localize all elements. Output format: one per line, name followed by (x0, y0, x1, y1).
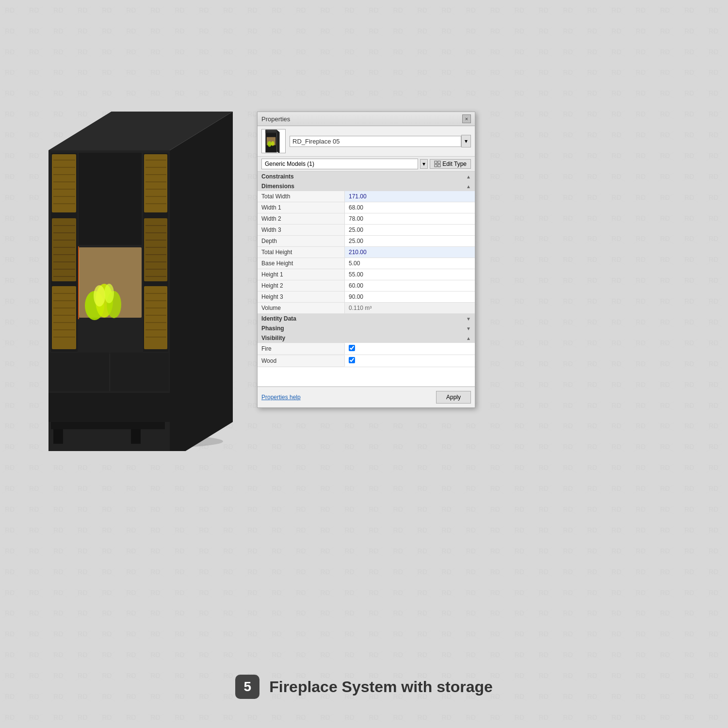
component-thumbnail (261, 129, 286, 153)
svg-rect-49 (144, 286, 167, 349)
svg-rect-23 (52, 286, 76, 349)
visibility-row: Fire (258, 343, 475, 355)
visibility-rows: FireWood (258, 343, 475, 367)
prop-value[interactable]: 25.00 (345, 236, 475, 246)
panel-title: Properties (261, 115, 290, 123)
property-row: Depth25.00 (258, 236, 475, 247)
visibility-checkbox[interactable] (345, 355, 475, 367)
svg-rect-64 (78, 246, 79, 319)
filter-row: Generic Models (1) ▾ Edit Type (258, 157, 475, 172)
visibility-toggle: ▲ (466, 336, 471, 341)
section-dimensions[interactable]: Dimensions ▲ (258, 181, 475, 191)
properties-panel: Properties × RD_Fireplace 05 ▾ Generic M… (257, 112, 475, 408)
section-visibility[interactable]: Visibility ▲ (258, 333, 475, 343)
svg-point-62 (104, 284, 114, 303)
prop-label: Width 2 (258, 213, 345, 224)
prop-label: Height 2 (258, 280, 345, 291)
svg-rect-84 (438, 164, 440, 167)
property-row: Total Width171.00 (258, 191, 475, 202)
prop-label: Volume (258, 303, 345, 313)
svg-rect-72 (49, 353, 109, 391)
bottom-caption: 5 Fireplace System with storage (0, 675, 728, 699)
visibility-row: Wood (258, 355, 475, 367)
svg-rect-66 (49, 393, 170, 422)
edit-type-button[interactable]: Edit Type (430, 159, 471, 169)
prop-label: Height 1 (258, 269, 345, 280)
component-name-container: RD_Fireplace 05 ▾ (290, 135, 471, 147)
edit-type-icon (434, 161, 441, 167)
section-identity[interactable]: Identity Data ▼ (258, 314, 475, 324)
svg-point-77 (268, 141, 272, 147)
component-name[interactable]: RD_Fireplace 05 (290, 136, 461, 147)
section-phasing[interactable]: Phasing ▼ (258, 324, 475, 333)
svg-marker-4 (170, 112, 233, 451)
filter-dropdown[interactable]: ▾ (420, 159, 428, 169)
prop-value[interactable]: 25.00 (345, 225, 475, 235)
property-row: Height 155.00 (258, 269, 475, 280)
identity-toggle: ▼ (466, 316, 471, 322)
svg-rect-65 (79, 153, 142, 245)
prop-value[interactable]: 78.00 (345, 213, 475, 224)
prop-label: Total Width (258, 191, 345, 202)
prop-label: Total Height (258, 247, 345, 258)
filter-select[interactable]: Generic Models (1) (261, 159, 418, 169)
svg-point-78 (271, 141, 275, 146)
close-button[interactable]: × (462, 114, 471, 123)
prop-value[interactable]: 68.00 (345, 202, 475, 213)
property-rows: Total Width171.00Width 168.00Width 278.0… (258, 191, 475, 314)
prop-label: Width 1 (258, 202, 345, 213)
svg-rect-82 (438, 161, 440, 163)
checkbox-input[interactable] (349, 357, 355, 363)
visibility-label: Wood (258, 356, 345, 366)
property-row: Height 390.00 (258, 291, 475, 303)
prop-value[interactable]: 171.00 (345, 191, 475, 202)
property-row: Height 260.00 (258, 280, 475, 291)
edit-type-label: Edit Type (442, 161, 467, 167)
svg-rect-73 (110, 353, 169, 391)
property-row: Width 278.00 (258, 213, 475, 225)
svg-rect-68 (53, 429, 63, 444)
prop-value[interactable]: 5.00 (345, 258, 475, 269)
svg-rect-67 (51, 422, 165, 429)
checkbox-input[interactable] (349, 345, 355, 351)
prop-label: Height 3 (258, 291, 345, 302)
caption-number: 5 (235, 675, 259, 699)
properties-content: Constraints ▲ Dimensions ▲ Total Width17… (258, 172, 475, 387)
panel-titlebar: Properties × (258, 112, 475, 126)
prop-value[interactable]: 210.00 (345, 247, 475, 258)
panel-header: RD_Fireplace 05 ▾ (258, 126, 475, 157)
prop-value: 0.110 m³ (345, 303, 475, 313)
property-row: Width 325.00 (258, 225, 475, 236)
svg-rect-40 (144, 218, 167, 281)
apply-button[interactable]: Apply (436, 391, 471, 404)
svg-point-61 (94, 285, 105, 307)
prop-value[interactable]: 90.00 (345, 291, 475, 302)
svg-marker-80 (277, 130, 280, 153)
section-constraints[interactable]: Constraints ▲ (258, 172, 475, 181)
svg-rect-81 (435, 161, 437, 163)
property-row: Width 168.00 (258, 202, 475, 213)
prop-value[interactable]: 60.00 (345, 280, 475, 291)
phasing-toggle: ▼ (466, 326, 471, 331)
svg-rect-83 (435, 164, 437, 167)
property-row: Total Height210.00 (258, 247, 475, 258)
caption-text: Fireplace System with storage (269, 678, 493, 696)
property-row: Volume0.110 m³ (258, 303, 475, 314)
prop-label: Base Height (258, 258, 345, 269)
visibility-checkbox[interactable] (345, 343, 475, 355)
svg-rect-69 (131, 429, 141, 444)
constraints-toggle: ▲ (466, 174, 471, 179)
properties-help-link[interactable]: Properties help (261, 394, 301, 401)
prop-value[interactable]: 55.00 (345, 269, 475, 280)
component-dropdown[interactable]: ▾ (461, 135, 471, 147)
visibility-label: Fire (258, 343, 345, 354)
panel-footer: Properties help Apply (258, 387, 475, 407)
spacer-row (258, 367, 475, 387)
property-row: Base Height5.00 (258, 258, 475, 269)
prop-label: Width 3 (258, 225, 345, 235)
fireplace-illustration (24, 73, 267, 451)
svg-rect-14 (52, 218, 76, 281)
dimensions-toggle: ▲ (466, 184, 471, 189)
prop-label: Depth (258, 236, 345, 246)
